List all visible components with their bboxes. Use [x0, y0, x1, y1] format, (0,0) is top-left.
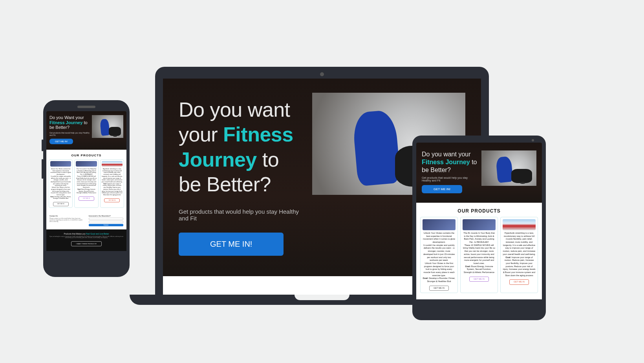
hero-text: Do you want your Fitness Journey to be B…: [179, 97, 301, 256]
hero-text: Do you want your Fitness Journey to be B…: [422, 150, 478, 193]
footer-headline: Products that Makes you Feel Good and Li…: [49, 233, 124, 235]
product-thumbnail: [50, 161, 71, 167]
contact-info: Contact Us Please contact us at the emai…: [49, 215, 84, 227]
product-desc: Unlock Your Glutes is the first program …: [50, 187, 71, 196]
hero-section: Do you Want your Fitness Journey to be B…: [46, 111, 126, 150]
tablet-mockup: Do you want your Fitness Journey to be B…: [412, 136, 546, 320]
product-card: The #1 muscle In Your Body that is the K…: [460, 217, 498, 293]
product-desc: The #1 muscle In Your Body that is the K…: [463, 232, 496, 244]
contact-heading: Contact Us: [49, 215, 58, 217]
product-cta-button[interactable]: GET ME IN: [509, 279, 529, 285]
products-heading: OUR PRODUCTS: [416, 208, 542, 214]
get-me-in-button[interactable]: GET ME IN!: [179, 233, 284, 256]
product-desc: Unlock Your Glutes is the first program …: [423, 262, 456, 277]
product-cta-button[interactable]: GET ME IN: [53, 202, 69, 206]
newsletter-heading: Interested in Our Newsletter?: [89, 215, 111, 217]
product-thumbnail: [463, 219, 496, 230]
hero-image: [92, 115, 123, 138]
product-desc: Unlock Your Glutes contains the best exp…: [423, 232, 456, 244]
hero-section: Do you want your Fitness Journey to be B…: [416, 143, 542, 203]
product-thumbnail: [76, 161, 97, 167]
phone-side-button: [42, 159, 43, 179]
product-desc: It couldn't be simpler and quickly deliv…: [423, 244, 456, 262]
trainee-figure: [109, 127, 121, 136]
weight-plate-icon: [113, 135, 117, 137]
product-desc: Hyperbolic stretching is a new, revoluti…: [102, 168, 123, 183]
product-desc: Hyperbolic stretching is a new, revoluti…: [503, 232, 536, 256]
hero-title: Do you want your Fitness Journey to be B…: [422, 150, 478, 174]
hero-title-accent: Fitness Journey: [422, 159, 470, 165]
newsletter-form: Interested in Our Newsletter? Submit: [89, 215, 123, 227]
tablet-viewport: Do you want your Fitness Journey to be B…: [416, 143, 542, 313]
product-cta-button[interactable]: GET ME IN: [429, 286, 449, 291]
product-cta-button[interactable]: GET ME IN: [469, 277, 489, 282]
hero-title-pre: Do you Want your: [49, 115, 84, 120]
product-card: The #1 muscle In Your Body that is the K…: [74, 160, 98, 208]
product-card: Hyperbolic stretching is a new, revoluti…: [500, 217, 538, 293]
products-section: OUR PRODUCTS Unlock Your Glutes contains…: [416, 203, 542, 299]
product-thumbnail: [102, 161, 123, 167]
hero-subtitle: Get products that would help you stay He…: [179, 208, 301, 222]
product-goal: Goal: Improve your range of motion, Redu…: [503, 256, 536, 277]
hero-subtitle: Get products that would help you stay He…: [422, 176, 478, 182]
hero-title-pre: Do you want your: [422, 151, 471, 158]
contact-text: Please contact us at the email below if …: [49, 218, 84, 222]
submit-button[interactable]: Submit: [89, 224, 123, 226]
trainee-figure: [511, 169, 532, 183]
contact-section: Contact Us Please contact us at the emai…: [46, 213, 126, 229]
product-card: Hyperbolic stretching is a new, revoluti…: [100, 160, 124, 208]
product-desc: Unlock Your Glutes contains the best exp…: [50, 168, 71, 176]
product-goal: Goal: Improve your range of motion, Redu…: [102, 183, 123, 196]
footer-cta-button[interactable]: I WANT THESE PRODUCTS!: [71, 241, 102, 246]
footer-section: Products that Makes you Feel Good and Li…: [46, 229, 126, 251]
hero-title: Do you Want your Fitness Journey to be B…: [49, 115, 90, 130]
hero-text: Do you Want your Fitness Journey to be B…: [49, 115, 90, 144]
product-desc: These 10 SIMPLE MOVES will bring Vitalit…: [463, 244, 496, 265]
hero-title: Do you want your Fitness Journey to be B…: [179, 97, 301, 197]
product-desc: These 10 SIMPLE MOVES will bring Vitalit…: [76, 176, 97, 189]
get-me-in-button[interactable]: GET ME IN!: [422, 185, 462, 193]
product-card: Unlock Your Glutes contains the best exp…: [420, 217, 458, 293]
phone-side-button: [42, 139, 43, 151]
hero-subtitle: Get products that would help you stay He…: [49, 132, 90, 136]
product-goal: Goal: Boost Energy, Immune System, Sexua…: [463, 265, 496, 274]
products-row: Unlock Your Glutes contains the best exp…: [46, 157, 126, 208]
phone-viewport: Do you Want your Fitness Journey to be B…: [46, 111, 126, 266]
product-cta-button[interactable]: GET ME IN: [79, 196, 94, 201]
phone-mockup: Do you Want your Fitness Journey to be B…: [43, 100, 130, 277]
product-goal: Goal: Develop a Rounder, Firmer, Stronge…: [423, 277, 456, 283]
name-input[interactable]: [89, 218, 123, 220]
hero-image: [481, 150, 536, 186]
product-goal: Goal: Develop a Rounder, Firmer, Stronge…: [50, 196, 71, 200]
product-goal: Goal: Boost Energy, Immune System, Sexua…: [76, 189, 97, 194]
get-me-in-button[interactable]: GET ME IN!: [49, 139, 73, 144]
products-heading: OUR PRODUCTS: [46, 154, 126, 157]
weight-plate-icon: [520, 182, 525, 184]
email-input[interactable]: [89, 221, 123, 223]
footer-text: If you are looking for a way to improve …: [49, 236, 124, 239]
product-thumbnail: [423, 219, 456, 230]
products-row: Unlock Your Glutes contains the best exp…: [416, 214, 542, 293]
product-cta-button[interactable]: GET ME IN: [104, 198, 120, 203]
product-desc: The #1 muscle In Your Body that is the K…: [76, 168, 97, 176]
products-section: OUR PRODUCTS Unlock Your Glutes contains…: [46, 150, 126, 213]
product-desc: It couldn't be simpler and quickly deliv…: [50, 176, 71, 187]
product-card: Unlock Your Glutes contains the best exp…: [49, 160, 73, 208]
hero-title-accent: Fitness Journey: [49, 120, 82, 125]
product-thumbnail: [503, 219, 536, 230]
trainer-figure: [496, 156, 513, 183]
trainer-figure: [352, 109, 401, 186]
